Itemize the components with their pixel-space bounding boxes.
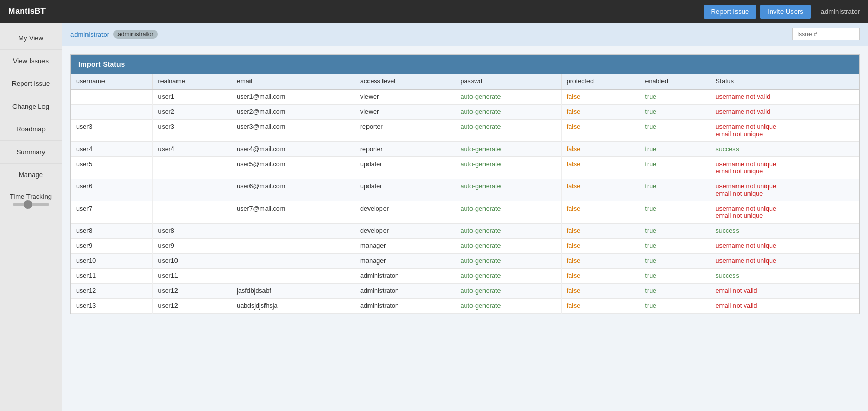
cell-email: user4@mail.com <box>231 142 355 157</box>
sidebar-item-report-issue[interactable]: Report Issue <box>0 72 62 95</box>
cell-username: user3 <box>71 120 153 142</box>
table-row: user8user8developerauto-generatefalsetru… <box>71 224 859 239</box>
cell-username: user10 <box>71 254 153 269</box>
breadcrumb-left: administrator administrator <box>70 30 158 39</box>
cell-access_level: administrator <box>355 284 455 299</box>
cell-protected: false <box>561 224 640 239</box>
cell-protected: false <box>561 120 640 142</box>
table-header-row: username realname email access level pas… <box>71 74 859 90</box>
invite-users-button[interactable]: Invite Users <box>760 5 811 19</box>
cell-email: jasfdbjdsabf <box>231 284 355 299</box>
cell-protected: false <box>561 142 640 157</box>
sidebar-item-manage[interactable]: Manage <box>0 164 62 186</box>
col-enabled: enabled <box>640 74 710 90</box>
cell-access_level: manager <box>355 239 455 254</box>
cell-enabled: true <box>640 90 710 105</box>
cell-realname: user10 <box>153 254 231 269</box>
cell-protected: false <box>561 105 640 120</box>
cell-status: username not uniqueemail not unique <box>710 201 859 224</box>
col-passwd: passwd <box>455 74 561 90</box>
layout: My View View Issues Report Issue Change … <box>0 23 868 411</box>
cell-access_level: viewer <box>355 90 455 105</box>
cell-email: uabdsjdjsfhsja <box>231 299 355 314</box>
cell-access_level: reporter <box>355 120 455 142</box>
cell-realname: user9 <box>153 239 231 254</box>
table-row: user11user11administratorauto-generatefa… <box>71 269 859 284</box>
cell-status: success <box>710 142 859 157</box>
cell-status: email not valid <box>710 284 859 299</box>
sidebar-item-roadmap[interactable]: Roadmap <box>0 118 62 141</box>
col-protected: protected <box>561 74 640 90</box>
cell-enabled: true <box>640 157 710 179</box>
cell-access_level: viewer <box>355 105 455 120</box>
cell-access_level: reporter <box>355 142 455 157</box>
import-status-container: Import Status username realname email ac… <box>70 54 860 314</box>
cell-passwd: auto-generate <box>455 284 561 299</box>
breadcrumb-link[interactable]: administrator <box>70 31 109 38</box>
report-issue-button[interactable]: Report Issue <box>704 5 757 19</box>
cell-username: user4 <box>71 142 153 157</box>
col-email: email <box>231 74 355 90</box>
cell-username <box>71 105 153 120</box>
cell-email: user7@mail.com <box>231 201 355 224</box>
cell-enabled: true <box>640 120 710 142</box>
cell-access_level: manager <box>355 254 455 269</box>
table-row: user3user3user3@mail.comreporterauto-gen… <box>71 120 859 142</box>
table-row: user1user1@mail.comviewerauto-generatefa… <box>71 90 859 105</box>
navbar-right: Report Issue Invite Users administrator <box>704 5 860 19</box>
cell-passwd: auto-generate <box>455 90 561 105</box>
table-row: user13user12uabdsjdjsfhsjaadministratora… <box>71 299 859 314</box>
cell-passwd: auto-generate <box>455 299 561 314</box>
navbar-user: administrator <box>821 8 860 16</box>
cell-passwd: auto-generate <box>455 239 561 254</box>
cell-passwd: auto-generate <box>455 254 561 269</box>
cell-realname: user8 <box>153 224 231 239</box>
import-status-table: username realname email access level pas… <box>71 74 859 314</box>
table-title: Import Status <box>71 55 859 74</box>
slider-thumb[interactable] <box>24 200 32 209</box>
sidebar-item-summary[interactable]: Summary <box>0 141 62 164</box>
cell-access_level: developer <box>355 201 455 224</box>
cell-username: user6 <box>71 179 153 201</box>
cell-realname: user11 <box>153 269 231 284</box>
table-row: user10user10managerauto-generatefalsetru… <box>71 254 859 269</box>
cell-status: success <box>710 269 859 284</box>
cell-status: username not uniqueemail not unique <box>710 120 859 142</box>
cell-username <box>71 90 153 105</box>
sidebar-item-my-view[interactable]: My View <box>0 27 62 50</box>
cell-enabled: true <box>640 284 710 299</box>
cell-email <box>231 254 355 269</box>
content-area: Import Status username realname email ac… <box>62 46 868 322</box>
cell-email: user3@mail.com <box>231 120 355 142</box>
cell-status: username not valid <box>710 90 859 105</box>
cell-email <box>231 239 355 254</box>
cell-enabled: true <box>640 142 710 157</box>
cell-protected: false <box>561 239 640 254</box>
cell-email: user2@mail.com <box>231 105 355 120</box>
sidebar-item-time-tracking: Time Tracking <box>0 186 62 212</box>
table-row: user2user2@mail.comviewerauto-generatefa… <box>71 105 859 120</box>
cell-access_level: developer <box>355 224 455 239</box>
sidebar-item-change-log[interactable]: Change Log <box>0 95 62 118</box>
cell-realname: user3 <box>153 120 231 142</box>
main-content: administrator administrator Import Statu… <box>62 23 868 411</box>
cell-email <box>231 269 355 284</box>
sidebar: My View View Issues Report Issue Change … <box>0 23 62 411</box>
cell-email: user5@mail.com <box>231 157 355 179</box>
cell-username: user11 <box>71 269 153 284</box>
cell-realname: user4 <box>153 142 231 157</box>
table-row: user9user9managerauto-generatefalsetrueu… <box>71 239 859 254</box>
cell-passwd: auto-generate <box>455 157 561 179</box>
table-row: user5user5@mail.comupdaterauto-generatef… <box>71 157 859 179</box>
navbar: MantisBT Report Issue Invite Users admin… <box>0 0 868 23</box>
cell-enabled: true <box>640 254 710 269</box>
cell-passwd: auto-generate <box>455 269 561 284</box>
sidebar-item-view-issues[interactable]: View Issues <box>0 50 62 72</box>
cell-status: username not uniqueemail not unique <box>710 157 859 179</box>
cell-protected: false <box>561 254 640 269</box>
cell-passwd: auto-generate <box>455 142 561 157</box>
cell-protected: false <box>561 157 640 179</box>
issue-search-input[interactable] <box>792 28 860 40</box>
cell-realname <box>153 179 231 201</box>
time-tracking-slider[interactable] <box>13 203 49 206</box>
